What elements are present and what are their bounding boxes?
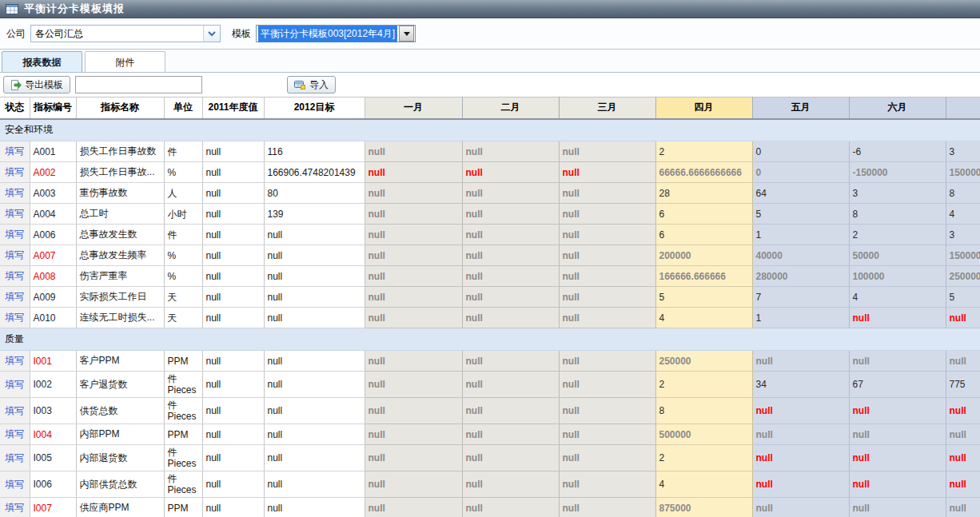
import-button[interactable]: 导入 <box>287 76 336 93</box>
indicator-name: 总事故发生频率 <box>76 245 164 266</box>
month-value-cell: null <box>752 351 849 372</box>
indicator-code: A009 <box>30 287 76 308</box>
table-row: 填写I007供应商PPMPPMnullnullnullnullnull87500… <box>0 498 980 517</box>
fill-link[interactable]: 填写 <box>5 208 24 219</box>
month-value-cell: null <box>462 398 559 424</box>
month-value-cell: null <box>462 162 559 183</box>
fill-link[interactable]: 填写 <box>5 291 24 302</box>
indicator-unit: PPM <box>164 351 202 372</box>
indicator-target: null <box>264 266 365 287</box>
month-value-cell: null <box>946 424 980 445</box>
indicator-code: I003 <box>30 398 76 424</box>
indicator-y2011: null <box>202 498 264 517</box>
status-cell: 填写 <box>0 183 30 204</box>
dropdown-arrow-icon[interactable] <box>399 26 414 42</box>
table-row: 填写A006总事故发生数件nullnullnullnullnull6123 <box>0 225 980 245</box>
indicator-y2011: null <box>202 204 264 225</box>
status-cell: 填写 <box>0 445 30 471</box>
template-select[interactable]: 平衡计分卡模板003[2012年4月] <box>256 25 416 42</box>
fill-link[interactable]: 填写 <box>5 405 24 416</box>
month-value-cell: null <box>462 308 559 328</box>
column-header: 单位 <box>164 97 202 119</box>
month-value-cell: null <box>559 351 655 372</box>
month-value-cell: 4 <box>655 308 752 328</box>
fill-link[interactable]: 填写 <box>5 270 24 281</box>
month-value-cell: 50000 <box>849 245 946 266</box>
month-value-cell: null <box>365 245 462 266</box>
fill-link[interactable]: 填写 <box>5 428 24 439</box>
indicator-unit: PPM <box>164 498 202 517</box>
indicator-unit: % <box>164 266 202 287</box>
month-value-cell: null <box>462 498 559 517</box>
month-value-cell: 875000 <box>655 498 752 517</box>
tab-report-data[interactable]: 报表数据 <box>2 51 82 72</box>
export-icon <box>10 80 22 90</box>
fill-link[interactable]: 填写 <box>5 249 24 260</box>
month-value-cell: null <box>752 398 849 424</box>
month-value-cell: 150000 <box>946 162 980 183</box>
indicator-code: A001 <box>30 141 76 162</box>
fill-link[interactable]: 填写 <box>5 379 24 390</box>
tab-attachments[interactable]: 附件 <box>85 51 165 72</box>
month-value-cell: null <box>365 372 462 398</box>
indicator-target: 80 <box>264 183 365 204</box>
status-cell: 填写 <box>0 398 30 424</box>
import-file-input[interactable] <box>75 76 202 93</box>
status-cell: 填写 <box>0 141 30 162</box>
indicator-name: 伤害严重率 <box>76 266 164 287</box>
status-cell: 填写 <box>0 308 30 328</box>
month-value-cell: null <box>559 162 655 183</box>
fill-link[interactable]: 填写 <box>5 229 24 240</box>
action-bar: 导出模板 导入 <box>0 73 980 97</box>
fill-link[interactable]: 填写 <box>5 145 24 157</box>
status-cell: 填写 <box>0 225 30 245</box>
table-row: 填写A007总事故发生频率%nullnullnullnullnull200000… <box>0 245 980 266</box>
fill-link[interactable]: 填写 <box>5 355 24 366</box>
status-cell: 填写 <box>0 162 30 183</box>
column-header: 六月 <box>849 97 946 119</box>
month-value-cell: null <box>752 498 849 517</box>
indicator-name: 供货总数 <box>76 398 164 424</box>
fill-link[interactable]: 填写 <box>5 312 24 323</box>
status-cell: 填写 <box>0 471 30 498</box>
indicator-name: 内部供货总数 <box>76 471 164 498</box>
month-value-cell: 500000 <box>655 424 752 445</box>
month-value-cell: 5 <box>655 287 752 308</box>
month-value-cell: 28 <box>655 183 752 204</box>
fill-link[interactable]: 填写 <box>5 502 24 513</box>
indicator-y2011: null <box>202 287 264 308</box>
month-value-cell: 3 <box>946 141 980 162</box>
table-row: 填写I004内部PPMPPMnullnullnullnullnull500000… <box>0 424 980 445</box>
fill-link[interactable]: 填写 <box>5 452 24 463</box>
month-value-cell: null <box>559 141 655 162</box>
indicator-name: 内部退货数 <box>76 445 164 471</box>
indicator-target: null <box>264 245 365 266</box>
column-header: 2011年度值 <box>202 97 264 119</box>
indicator-code: I002 <box>30 372 76 398</box>
fill-link[interactable]: 填写 <box>5 187 24 198</box>
status-cell: 填写 <box>0 351 30 372</box>
indicator-y2011: null <box>202 266 264 287</box>
indicator-unit: 天 <box>164 287 202 308</box>
chevron-down-icon[interactable] <box>203 26 220 42</box>
month-value-cell: null <box>946 471 980 498</box>
indicator-target: null <box>264 351 365 372</box>
indicator-target: null <box>264 398 365 424</box>
month-value-cell: 6 <box>655 225 752 245</box>
fill-link[interactable]: 填写 <box>5 479 24 490</box>
month-value-cell: -6 <box>849 141 946 162</box>
month-value-cell: null <box>559 225 655 245</box>
company-combobox[interactable]: 各公司汇总 <box>30 25 221 42</box>
indicator-code: A002 <box>30 162 76 183</box>
indicator-target: 139 <box>264 204 365 225</box>
month-value-cell: null <box>365 204 462 225</box>
export-template-button[interactable]: 导出模板 <box>3 76 70 93</box>
indicator-name: 供应商PPM <box>76 498 164 517</box>
indicator-y2011: null <box>202 351 264 372</box>
month-value-cell: 2 <box>655 372 752 398</box>
month-value-cell: null <box>462 204 559 225</box>
indicator-y2011: null <box>202 398 264 424</box>
fill-link[interactable]: 填写 <box>5 166 24 177</box>
month-value-cell: 775 <box>946 372 980 398</box>
month-value-cell: null <box>559 498 655 517</box>
